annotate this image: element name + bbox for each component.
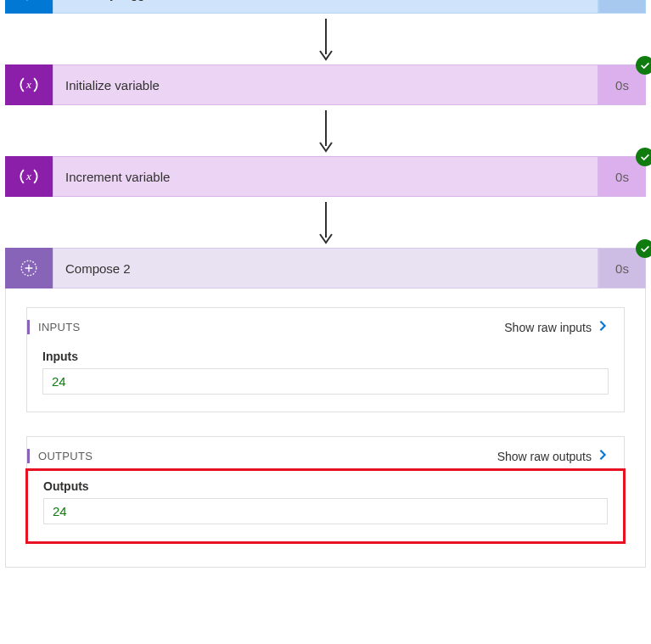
show-raw-outputs-label: Show raw outputs (497, 450, 592, 463)
step-initialize-variable[interactable]: x Initialize variable 0s (5, 64, 646, 105)
success-badge-icon (636, 56, 651, 75)
svg-text:x: x (25, 170, 31, 182)
variable-icon: x (5, 64, 53, 105)
flow-arrow (316, 14, 336, 64)
step-initialize-variable-label: Initialize variable (53, 64, 598, 105)
flow-arrow (316, 197, 336, 248)
show-raw-inputs-label: Show raw inputs (504, 321, 592, 334)
step-compose-label: Compose 2 (53, 248, 598, 288)
compose-details-panel: INPUTS Show raw inputs Inputs 24 OUTPUTS… (5, 288, 646, 568)
step-compose[interactable]: Compose 2 0s (5, 248, 646, 288)
show-raw-inputs-link[interactable]: Show raw inputs (504, 320, 609, 334)
svg-text:x: x (25, 78, 31, 91)
success-badge-icon (636, 148, 651, 166)
step-trigger[interactable]: Manually trigger a flow 0s (5, 0, 646, 14)
compose-icon (5, 248, 53, 288)
flow-run-container: Manually trigger a flow 0s x Initialize … (0, 0, 651, 568)
success-badge-icon (636, 239, 651, 258)
inputs-field-label: Inputs (42, 350, 609, 363)
outputs-field-label: Outputs (43, 479, 608, 493)
outputs-highlight-box: Outputs 24 (25, 468, 626, 544)
flow-arrow (316, 105, 336, 156)
show-raw-outputs-link[interactable]: Show raw outputs (497, 449, 609, 463)
step-increment-variable-label: Increment variable (53, 156, 598, 197)
outputs-section: OUTPUTS Show raw outputs Outputs 24 (26, 436, 625, 543)
inputs-section-title: INPUTS (38, 321, 80, 333)
step-trigger-label: Manually trigger a flow (53, 0, 598, 14)
step-trigger-duration: 0s (598, 0, 646, 14)
step-increment-variable[interactable]: x Increment variable 0s (5, 156, 646, 197)
variable-icon: x (5, 156, 53, 197)
chevron-right-icon (597, 449, 609, 463)
trigger-icon (5, 0, 53, 14)
outputs-section-title: OUTPUTS (38, 450, 93, 462)
inputs-section: INPUTS Show raw inputs Inputs 24 (26, 307, 625, 412)
outputs-field-value: 24 (43, 498, 608, 524)
inputs-field-value: 24 (42, 368, 609, 395)
chevron-right-icon (597, 320, 609, 334)
